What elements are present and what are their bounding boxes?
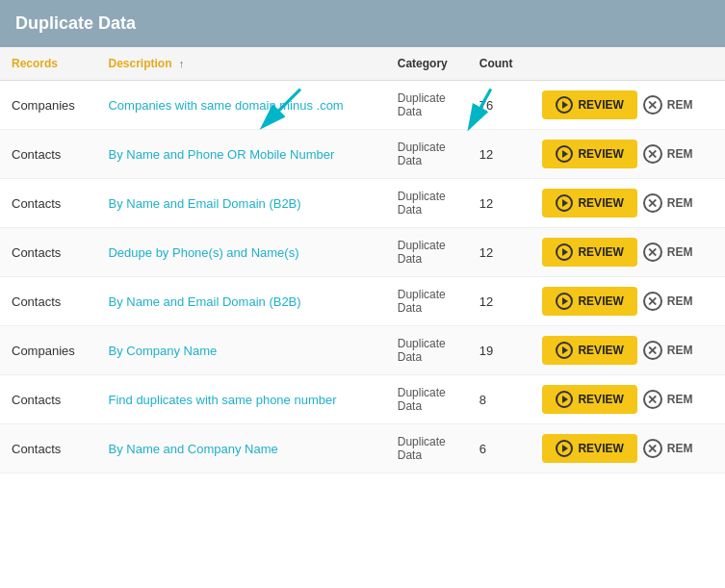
- play-icon: [556, 391, 573, 408]
- cell-actions: REVIEW✕REM: [531, 424, 725, 473]
- x-icon: ✕: [643, 95, 662, 115]
- cell-count: 19: [468, 326, 531, 375]
- remove-label: REM: [667, 442, 693, 455]
- cell-actions: REVIEW✕REM: [531, 81, 725, 130]
- cell-description[interactable]: Dedupe by Phone(s) and Name(s): [96, 228, 385, 277]
- cell-category: DuplicateData: [386, 326, 468, 375]
- table-row: ContactsDedupe by Phone(s) and Name(s)Du…: [0, 228, 725, 277]
- cell-category: DuplicateData: [386, 424, 468, 473]
- cell-category: DuplicateData: [386, 228, 468, 277]
- remove-button[interactable]: ✕REM: [643, 390, 693, 409]
- remove-button[interactable]: ✕REM: [643, 95, 693, 115]
- review-button[interactable]: REVIEW: [542, 385, 636, 414]
- cell-actions: REVIEW✕REM: [531, 179, 725, 228]
- cell-count: 76: [468, 81, 531, 130]
- cell-description[interactable]: By Name and Email Domain (B2B): [96, 277, 385, 326]
- remove-label: REM: [667, 393, 693, 406]
- cell-description[interactable]: By Company Name: [96, 326, 385, 375]
- x-icon: ✕: [643, 292, 662, 311]
- cell-description[interactable]: Companies with same domain minus .com: [96, 81, 385, 130]
- play-icon: [556, 145, 573, 163]
- remove-label: REM: [667, 147, 693, 161]
- remove-label: REM: [667, 196, 693, 210]
- cell-records: Contacts: [0, 179, 96, 228]
- remove-button[interactable]: ✕REM: [643, 292, 693, 311]
- col-count: Count: [468, 47, 531, 81]
- cell-actions: REVIEW✕REM: [531, 277, 725, 326]
- x-icon: ✕: [643, 193, 662, 213]
- cell-records: Contacts: [0, 130, 96, 179]
- cell-category: DuplicateData: [386, 130, 468, 179]
- cell-description[interactable]: By Name and Phone OR Mobile Number: [96, 130, 385, 179]
- review-button[interactable]: REVIEW: [542, 189, 636, 217]
- remove-label: REM: [667, 294, 693, 308]
- review-label: REVIEW: [578, 442, 623, 455]
- cell-records: Contacts: [0, 375, 96, 424]
- cell-records: Contacts: [0, 277, 96, 326]
- cell-records: Contacts: [0, 228, 96, 277]
- remove-button[interactable]: ✕REM: [643, 341, 693, 360]
- table-header-row: Records Description ↑ Category Count: [0, 47, 725, 81]
- remove-button[interactable]: ✕REM: [643, 144, 693, 164]
- review-label: REVIEW: [578, 196, 623, 210]
- cell-records: Companies: [0, 81, 96, 130]
- cell-actions: REVIEW✕REM: [531, 375, 725, 424]
- play-icon: [556, 440, 573, 457]
- cell-actions: REVIEW✕REM: [531, 326, 725, 375]
- x-icon: ✕: [643, 390, 662, 409]
- cell-count: 12: [468, 228, 531, 277]
- col-records: Records: [0, 47, 96, 81]
- table-row: ContactsBy Name and Phone OR Mobile Numb…: [0, 130, 725, 179]
- table-row: ContactsBy Name and Company NameDuplicat…: [0, 424, 725, 473]
- table-row: ContactsBy Name and Email Domain (B2B)Du…: [0, 277, 725, 326]
- play-icon: [556, 243, 573, 261]
- cell-count: 12: [468, 130, 531, 179]
- col-actions: [531, 47, 725, 81]
- x-icon: ✕: [643, 439, 662, 458]
- remove-button[interactable]: ✕REM: [643, 439, 693, 458]
- remove-label: REM: [667, 98, 693, 112]
- cell-count: 6: [468, 424, 531, 473]
- review-button[interactable]: REVIEW: [542, 434, 636, 463]
- play-icon: [556, 194, 573, 212]
- review-button[interactable]: REVIEW: [542, 90, 636, 119]
- cell-description[interactable]: By Name and Email Domain (B2B): [96, 179, 385, 228]
- review-button[interactable]: REVIEW: [542, 336, 636, 365]
- col-description[interactable]: Description ↑: [96, 47, 385, 81]
- cell-count: 12: [468, 179, 531, 228]
- remove-label: REM: [667, 245, 693, 259]
- review-label: REVIEW: [578, 294, 623, 308]
- remove-button[interactable]: ✕REM: [643, 243, 693, 262]
- cell-category: DuplicateData: [386, 277, 468, 326]
- x-icon: ✕: [643, 243, 662, 262]
- review-label: REVIEW: [578, 245, 623, 259]
- cell-actions: REVIEW✕REM: [531, 130, 725, 179]
- cell-description[interactable]: By Name and Company Name: [96, 424, 385, 473]
- page-header: Duplicate Data: [0, 0, 725, 47]
- table-row: CompaniesCompanies with same domain minu…: [0, 81, 725, 130]
- col-category: Category: [386, 47, 468, 81]
- play-icon: [556, 96, 573, 114]
- play-icon: [556, 342, 573, 359]
- remove-label: REM: [667, 344, 693, 357]
- page-title: Duplicate Data: [15, 13, 136, 33]
- review-button[interactable]: REVIEW: [542, 140, 636, 168]
- review-button[interactable]: REVIEW: [542, 238, 636, 267]
- review-label: REVIEW: [578, 147, 623, 161]
- play-icon: [556, 293, 573, 310]
- duplicate-data-table: Records Description ↑ Category Count Com…: [0, 47, 725, 473]
- review-label: REVIEW: [578, 98, 623, 112]
- cell-count: 8: [468, 375, 531, 424]
- sort-icon: ↑: [179, 58, 185, 69]
- cell-category: DuplicateData: [386, 375, 468, 424]
- table-row: CompaniesBy Company NameDuplicateData19R…: [0, 326, 725, 375]
- cell-description[interactable]: Find duplicates with same phone number: [96, 375, 385, 424]
- table-row: ContactsBy Name and Email Domain (B2B)Du…: [0, 179, 725, 228]
- review-label: REVIEW: [578, 393, 623, 406]
- remove-button[interactable]: ✕REM: [643, 193, 693, 213]
- review-button[interactable]: REVIEW: [542, 287, 636, 316]
- cell-records: Contacts: [0, 424, 96, 473]
- table-row: ContactsFind duplicates with same phone …: [0, 375, 725, 424]
- x-icon: ✕: [643, 341, 662, 360]
- cell-records: Companies: [0, 326, 96, 375]
